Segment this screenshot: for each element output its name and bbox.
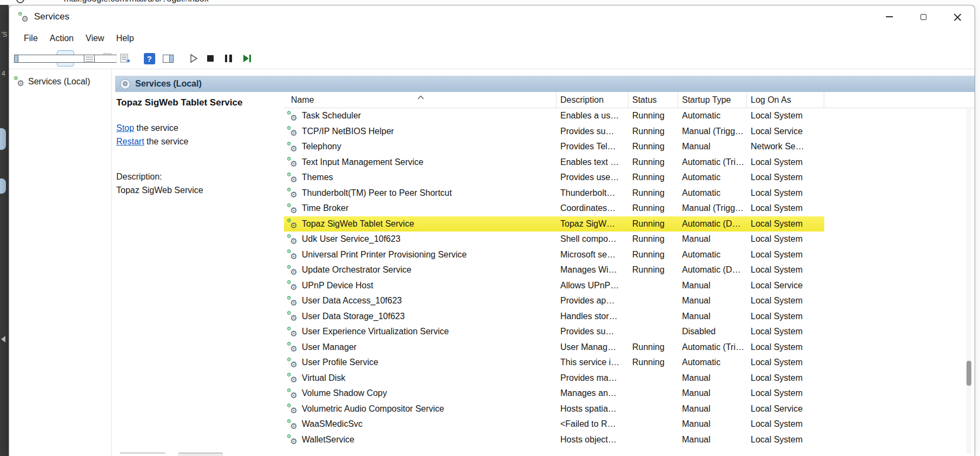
service-row[interactable]: TCP/IP NetBIOS Helper Provides su… Runni… [284,124,975,140]
sidebar-item-services-local[interactable]: Services (Local) [11,75,110,88]
service-row[interactable]: User Experience Virtualization Service P… [284,324,975,340]
service-name: Virtual Disk [302,373,346,383]
service-status: Running [628,186,678,201]
column-header-startup-type[interactable]: Startup Type [678,92,747,108]
service-logon: Local System [747,201,824,216]
service-logon: Local Service [747,278,824,294]
service-status [628,386,678,401]
vertical-scrollbar[interactable] [966,109,971,454]
service-row[interactable]: Update Orchestrator Service Manages Wi… … [284,262,975,278]
service-startup-type: Automatic (Tri… [678,340,747,355]
show-console-tree-button[interactable] [57,50,74,67]
restart-service-suffix: the service [144,137,189,146]
tab-standard[interactable]: Standard [174,453,227,456]
toolbar [9,48,975,69]
service-row[interactable]: Udk User Service_10f623 Shell compo… Run… [284,232,975,247]
service-startup-type: Automatic [678,108,747,124]
column-header-log-on-as[interactable]: Log On As [747,92,824,108]
start-service-button[interactable] [184,50,202,67]
scrollbar-thumb[interactable] [966,361,971,386]
menu-file[interactable]: File [18,34,44,43]
service-description: Provides su… [557,124,628,140]
service-row[interactable]: Topaz SigWeb Tablet Service Topaz SigW… … [284,216,975,232]
service-description: Provides ap… [557,293,628,309]
service-gear-icon [287,126,297,136]
service-name: Task Scheduler [302,111,361,121]
close-button[interactable] [941,5,975,28]
service-row[interactable]: Telephony Provides Tel… Running Manual N… [284,139,975,155]
service-row[interactable]: Virtual Disk Provides ma… Manual Local S… [284,371,975,386]
menu-help[interactable]: Help [110,34,140,43]
service-description: Provides use… [557,170,628,186]
service-row[interactable]: Time Broker Coordinates… Running Manual … [284,201,975,216]
service-row[interactable]: User Profile Service This service i… Run… [284,355,975,371]
service-row[interactable]: Universal Print Printer Provisioning Ser… [284,247,975,263]
maximize-button[interactable] [906,5,941,28]
service-gear-icon [287,157,297,167]
service-startup-type: Manual [678,293,747,309]
background-page-left-strip: 'S 4 [0,5,9,456]
service-name: Time Broker [302,203,349,213]
service-gear-icon [287,419,297,429]
tab-extended[interactable]: Extended [115,453,170,456]
service-row[interactable]: WalletService Hosts object… Manual Local… [284,432,975,448]
window-title: Services [34,11,69,22]
column-header-status[interactable]: Status [628,92,678,108]
service-gear-icon [287,280,297,290]
restart-service-button[interactable] [238,50,255,67]
service-row[interactable]: WaaSMedicSvc <Failed to R… Manual Local … [284,417,975,432]
service-gear-icon [287,296,297,306]
help-button[interactable] [141,50,158,67]
browser-icon-fragment [16,0,24,3]
service-row[interactable]: Volume Shadow Copy Manages an… Manual Lo… [284,386,975,401]
titlebar[interactable]: Services [9,5,975,28]
export-list-button[interactable] [117,50,134,67]
service-row[interactable]: Volumetric Audio Compositor Service Host… [284,401,975,417]
service-logon: Local System [747,108,824,124]
stop-service-suffix: the service [134,123,178,133]
service-name: UPnP Device Host [302,281,373,290]
service-logon: Local System [747,232,824,247]
service-row[interactable]: Themes Provides use… Running Automatic L… [284,170,975,186]
stop-icon [207,55,214,62]
console-tree-icon [14,55,117,63]
show-action-pane-button[interactable] [160,50,177,67]
service-row[interactable]: Thunderbolt(TM) Peer to Peer Shortcut Th… [284,186,975,201]
service-logon: Local System [747,216,824,232]
service-description: Hosts object… [557,432,628,448]
menu-view[interactable]: View [80,34,110,43]
restart-service-link[interactable]: Restart [116,137,144,146]
service-status: Running [628,201,678,216]
service-status [628,371,678,386]
service-logon: Local System [747,155,824,170]
minimize-button[interactable] [872,5,906,28]
service-description: Provides ma… [557,371,628,386]
column-header-row: Name Description Status Startup Type Log… [284,92,975,108]
service-gear-icon [287,342,297,352]
pause-service-button[interactable] [220,50,237,67]
sort-ascending-icon [417,92,425,102]
stop-service-button[interactable] [202,50,219,67]
menu-action[interactable]: Action [44,34,80,43]
service-description: Shell compo… [557,232,628,247]
service-status: Running [628,124,678,140]
service-status [628,324,678,340]
service-startup-type: Disabled [678,324,747,340]
column-header-description[interactable]: Description [557,92,628,108]
service-gear-icon [287,249,297,260]
service-row[interactable]: Text Input Management Service Enables te… [284,155,975,170]
stop-service-link[interactable]: Stop [116,123,134,133]
service-row[interactable]: User Data Storage_10f623 Handles stor… M… [284,309,975,325]
service-gear-icon [287,358,297,368]
service-description: <Failed to R… [557,417,628,432]
service-row[interactable]: User Data Access_10f623 Provides ap… Man… [284,293,975,309]
service-description: Hosts spatia… [557,401,628,417]
service-name: WalletService [302,435,354,445]
service-row[interactable]: User Manager User Manag… Running Automat… [284,340,975,355]
service-startup-type: Automatic [678,186,747,201]
service-row[interactable]: Task Scheduler Enables a us… Running Aut… [284,108,975,124]
description-label: Description: [116,170,279,183]
service-name: Telephony [302,142,341,151]
service-gear-icon [287,203,297,214]
service-row[interactable]: UPnP Device Host Allows UPnP… Manual Loc… [284,278,975,294]
